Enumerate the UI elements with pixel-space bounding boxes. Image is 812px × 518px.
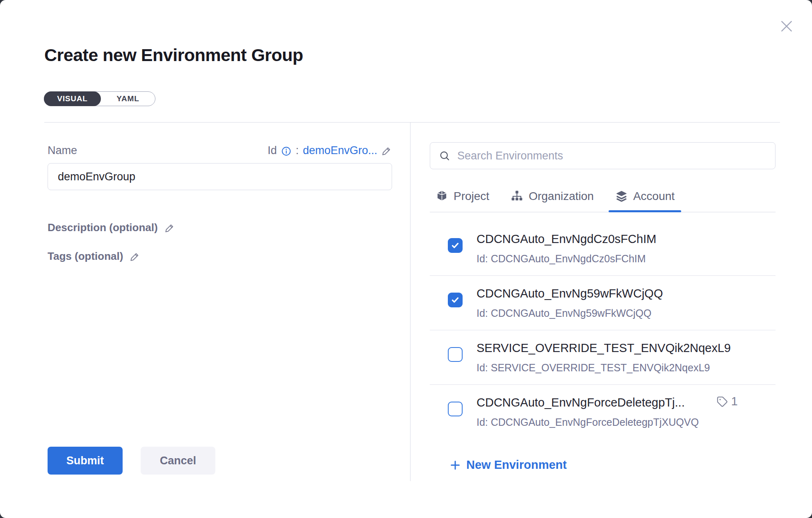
id-group: Id : demoEnvGro... [267,144,392,157]
environment-name: CDCNGAuto_EnvNgForceDeletegpTj... [477,396,699,409]
create-environment-group-modal: Create new Environment Group VISUAL YAML… [0,0,812,518]
environment-checkbox[interactable] [448,238,463,253]
tags-label: Tags (optional) [48,250,123,263]
environment-row: CDCNGAuto_EnvNg59wFkWCjQQ Id: CDCNGAuto_… [430,276,776,330]
header-divider [44,122,780,123]
edit-tags-pencil-icon[interactable] [130,251,140,262]
id-value-link[interactable]: demoEnvGro... [303,144,377,157]
environment-id: Id: CDCNGAuto_EnvNgdCz0sFChIM [477,253,656,265]
environment-name: CDCNGAuto_EnvNgdCz0sFChIM [477,232,656,246]
environment-id: Id: CDCNGAuto_EnvNgForceDeletegpTjXUQVQ [477,416,699,428]
name-label: Name [48,144,77,157]
description-row: Description (optional) [48,221,175,234]
panel-divider [410,123,411,481]
tag-icon [716,395,728,408]
environment-list: CDCNGAuto_EnvNgdCz0sFChIM Id: CDCNGAuto_… [430,213,776,435]
name-id-row: Name Id : demoEnvGro... [48,144,392,157]
info-icon[interactable] [281,146,292,157]
environment-checkbox[interactable] [448,402,463,416]
tab-account-label: Account [633,190,675,203]
environment-row: SERVICE_OVERRIDE_TEST_ENVQik2NqexL9 Id: … [430,330,776,385]
tag-count-badge: 1 [716,395,738,408]
environment-name: SERVICE_OVERRIDE_TEST_ENVQik2NqexL9 [477,341,731,355]
plus-icon [449,459,461,471]
environment-checkbox[interactable] [448,347,463,362]
edit-description-pencil-icon[interactable] [164,223,175,233]
name-input[interactable] [48,163,392,190]
layers-icon [615,190,628,202]
new-environment-button[interactable]: New Environment [449,458,567,472]
modal-title: Create new Environment Group [44,45,303,65]
search-environments-input[interactable] [457,150,767,162]
environment-row: CDCNGAuto_EnvNgForceDeletegpTj... Id: CD… [430,385,776,435]
cube-icon [436,190,448,202]
modal-actions: Submit Cancel [48,447,215,475]
check-icon [450,295,460,305]
sitemap-icon [511,190,523,202]
search-icon [438,150,451,162]
toggle-visual[interactable]: VISUAL [44,91,101,106]
cancel-button[interactable]: Cancel [141,447,215,475]
tags-row: Tags (optional) [48,250,140,263]
toggle-yaml[interactable]: YAML [101,92,155,106]
environment-row: CDCNGAuto_EnvNgdCz0sFChIM Id: CDCNGAuto_… [430,213,776,276]
environment-id: Id: SERVICE_OVERRIDE_TEST_ENVQik2NqexL9 [477,362,731,374]
close-icon[interactable] [778,18,795,34]
environment-search-box [430,142,776,169]
tab-project-label: Project [454,190,489,203]
description-label: Description (optional) [48,221,158,234]
visual-yaml-toggle: VISUAL YAML [44,91,155,106]
submit-button[interactable]: Submit [48,447,123,475]
scope-tabs: Project Organization Account [430,180,776,212]
environment-name: CDCNGAuto_EnvNg59wFkWCjQQ [477,287,663,300]
id-label: Id [267,144,277,157]
environment-checkbox[interactable] [448,293,463,307]
environment-id: Id: CDCNGAuto_EnvNg59wFkWCjQQ [477,307,663,319]
tag-count: 1 [731,395,738,408]
tab-organization-label: Organization [529,190,594,203]
check-icon [450,241,460,250]
tab-account[interactable]: Account [615,180,675,212]
tab-organization[interactable]: Organization [511,180,594,212]
new-environment-label: New Environment [466,458,567,472]
edit-id-pencil-icon[interactable] [381,145,392,156]
tab-project[interactable]: Project [436,180,489,212]
id-colon: : [296,144,299,157]
